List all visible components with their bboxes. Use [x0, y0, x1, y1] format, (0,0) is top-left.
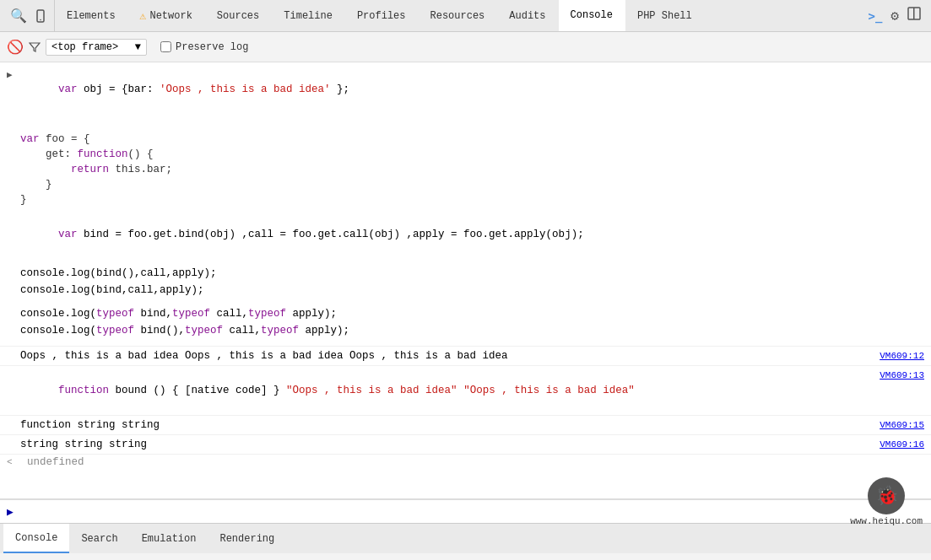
top-bar-right: >_ ⚙ — [869, 7, 928, 24]
terminal-icon[interactable]: >_ — [869, 9, 883, 23]
top-bar-icons: 🔍 — [3, 0, 55, 31]
console-code-block: var foo = { get: function() { return thi… — [0, 113, 931, 211]
search-icon[interactable]: 🔍 — [10, 8, 27, 24]
prompt-arrow: ▶ — [7, 505, 14, 519]
line-ref-3[interactable]: VM609:15 — [863, 417, 924, 433]
svg-point-1 — [40, 19, 41, 20]
watermark-icon: 🐞 — [868, 477, 905, 514]
settings-icon[interactable]: ⚙ — [890, 8, 899, 24]
console-input-line-1: ▶ var obj = {bar: 'Oops , this is a bad … — [0, 66, 931, 113]
bottom-tab-console[interactable]: Console — [3, 524, 69, 553]
console-log-2: console.log(bind,call,apply); — [0, 282, 931, 299]
input-arrow-1: ▶ — [7, 67, 13, 83]
top-tab-bar: 🔍 Elements ⚠ Network Sources Timeline Pr… — [0, 0, 931, 32]
output-row-3: function string string VM609:15 — [0, 415, 931, 434]
watermark-text: www.heiqu.com — [850, 516, 923, 526]
tab-timeline[interactable]: Timeline — [272, 0, 345, 31]
watermark: 🐞 www.heiqu.com — [850, 477, 923, 526]
console-toolbar: 🚫 <top frame> ▼ Preserve log — [0, 32, 931, 62]
dropdown-arrow: ▼ — [135, 41, 141, 53]
filter-icon[interactable] — [29, 41, 41, 53]
tab-audits[interactable]: Audits — [497, 0, 558, 31]
tab-elements[interactable]: Elements — [55, 0, 128, 31]
console-log-1: console.log(bind(),call,apply); — [0, 265, 931, 282]
output-row-2: function bound () { [native code] } "Oop… — [0, 365, 931, 415]
console-bind-line: var bind = foo.get.bind(obj) ,call = foo… — [0, 211, 931, 258]
console-typeof-2: console.log(typeof bind(),typeof call,ty… — [0, 322, 931, 339]
tab-console[interactable]: Console — [559, 0, 625, 31]
dock-icon[interactable] — [907, 7, 921, 24]
console-input[interactable] — [19, 506, 924, 518]
bottom-tab-bar: Console Search Emulation Rendering — [0, 523, 931, 553]
tab-sources[interactable]: Sources — [205, 0, 272, 31]
frame-selector[interactable]: <top frame> ▼ — [46, 39, 147, 56]
preserve-log-checkbox[interactable] — [160, 41, 171, 52]
console-input-prompt[interactable]: ▶ — [0, 499, 931, 523]
bottom-tab-rendering[interactable]: Rendering — [208, 524, 286, 553]
bottom-tab-emulation[interactable]: Emulation — [130, 524, 208, 553]
undefined-row: < undefined — [0, 454, 931, 470]
warning-icon: ⚠ — [140, 9, 147, 23]
output-row-1: Oops , this is a bad idea Oops , this is… — [0, 346, 931, 365]
tab-profiles[interactable]: Profiles — [345, 0, 419, 31]
output-lt-arrow: < — [7, 457, 13, 467]
preserve-log-option: Preserve log — [160, 41, 248, 53]
output-row-4: string string string VM609:16 — [0, 434, 931, 454]
console-typeof-1: console.log(typeof bind,typeof call,type… — [0, 305, 931, 322]
console-output-area[interactable]: ▶ var obj = {bar: 'Oops , this is a bad … — [0, 62, 931, 499]
line-ref-2[interactable]: VM609:13 — [863, 368, 924, 383]
tab-phpshell[interactable]: PHP Shell — [625, 0, 705, 31]
tab-resources[interactable]: Resources — [419, 0, 498, 31]
bottom-tab-search[interactable]: Search — [69, 524, 129, 553]
line-ref-1[interactable]: VM609:12 — [863, 348, 924, 363]
tab-network[interactable]: ⚠ Network — [128, 0, 205, 31]
line-ref-4[interactable]: VM609:16 — [863, 437, 924, 452]
clear-icon[interactable]: 🚫 — [7, 39, 24, 56]
mobile-icon[interactable] — [34, 9, 47, 23]
svg-rect-3 — [913, 8, 915, 19]
